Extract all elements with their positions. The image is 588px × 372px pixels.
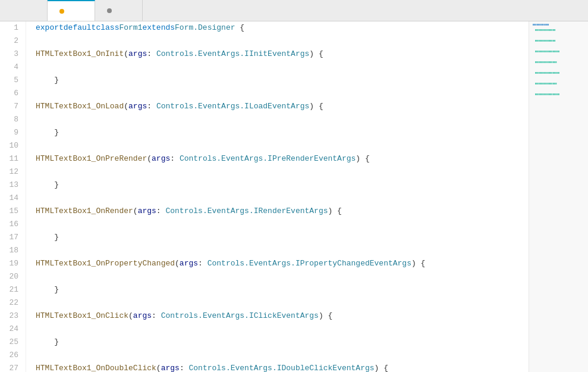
code-line: }	[36, 179, 529, 192]
line-number: 17	[7, 231, 18, 244]
tab-form1cs[interactable]	[95, 0, 143, 21]
code-content[interactable]: export default class Form1 extends Form.…	[26, 21, 529, 372]
code-line: HTMLTextBox1_OnClick(args: Controls.Even…	[36, 310, 529, 323]
tab-bar	[0, 0, 588, 21]
line-number: 26	[7, 349, 18, 362]
line-number: 4	[7, 61, 18, 74]
code-line: }	[36, 283, 529, 296]
line-number: 1	[7, 21, 18, 35]
code-line	[36, 113, 529, 126]
code-line	[36, 270, 529, 283]
code-line: }	[36, 126, 529, 139]
code-line	[36, 244, 529, 257]
code-line: HTMLTextBox1_OnDoubleClick(args: Control…	[36, 362, 529, 372]
code-line: HTMLTextBox1_OnRender(args: Controls.Eve…	[36, 205, 529, 218]
code-line	[36, 349, 529, 362]
code-line: HTMLTextBox1_OnPropertyChanged(args: Con…	[36, 257, 529, 270]
line-number: 23	[7, 310, 18, 323]
line-number: 13	[7, 179, 18, 192]
tab-form1[interactable]	[0, 0, 48, 21]
code-line	[36, 218, 529, 231]
line-number: 19	[7, 257, 18, 270]
tab-unmodified-dot	[107, 8, 112, 13]
minimap-line	[533, 104, 584, 107]
tab-form1ts[interactable]	[48, 0, 95, 21]
line-number: 25	[7, 336, 18, 349]
code-line: HTMLTextBox1_OnPreRender(args: Controls.…	[36, 152, 529, 165]
line-number: 22	[7, 296, 18, 310]
line-number: 10	[7, 139, 18, 152]
code-line: }	[36, 74, 529, 87]
code-line: HTMLTextBox1_OnInit(args: Controls.Event…	[36, 48, 529, 61]
line-number: 9	[7, 126, 18, 139]
code-line	[36, 87, 529, 100]
line-number: 8	[7, 113, 18, 126]
minimap: ████████████████████████████████████████…	[529, 21, 588, 372]
code-line	[36, 323, 529, 336]
line-number: 14	[7, 192, 18, 205]
code-line: HTMLTextBox1_OnLoad(args: Controls.Event…	[36, 100, 529, 113]
editor-container: 1234567891011121314151617181920212223242…	[0, 21, 588, 372]
line-number: 12	[7, 165, 18, 179]
line-number: 3	[7, 48, 18, 61]
line-numbers: 1234567891011121314151617181920212223242…	[0, 21, 26, 372]
code-line	[36, 35, 529, 48]
line-number: 18	[7, 244, 18, 257]
line-number: 2	[7, 35, 18, 48]
line-number: 11	[7, 152, 18, 165]
code-line	[36, 61, 529, 74]
code-line: export default class Form1 extends Form.…	[36, 21, 529, 35]
line-number: 16	[7, 218, 18, 231]
code-line	[36, 139, 529, 152]
code-line	[36, 165, 529, 179]
line-number: 6	[7, 87, 18, 100]
line-number: 27	[7, 362, 18, 372]
code-line	[36, 296, 529, 310]
line-number: 20	[7, 270, 18, 283]
line-number: 7	[7, 100, 18, 113]
line-number: 21	[7, 283, 18, 296]
code-line	[36, 192, 529, 205]
line-number: 24	[7, 323, 18, 336]
code-line: }	[36, 336, 529, 349]
code-line: }	[36, 231, 529, 244]
line-number: 15	[7, 205, 18, 218]
minimap-content: ████████████████████████████████████████…	[529, 21, 588, 110]
line-number: 5	[7, 74, 18, 87]
tab-modified-dot	[59, 9, 64, 14]
